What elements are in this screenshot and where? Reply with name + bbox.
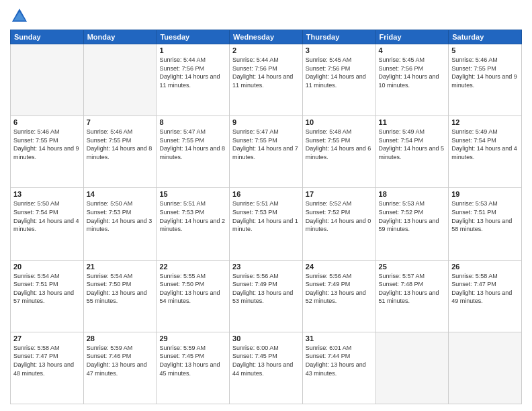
day-detail: Sunrise: 5:50 AMSunset: 7:54 PMDaylight:… — [13, 199, 81, 233]
day-number: 7 — [87, 118, 154, 126]
week-row-2: 6Sunrise: 5:46 AMSunset: 7:55 PMDaylight… — [11, 116, 522, 188]
day-detail: Sunrise: 5:59 AMSunset: 7:45 PMDaylight:… — [159, 344, 226, 377]
weekday-wednesday: Wednesday — [230, 30, 303, 44]
day-detail: Sunrise: 5:55 AMSunset: 7:50 PMDaylight:… — [159, 272, 226, 306]
week-row-5: 27Sunrise: 5:58 AMSunset: 7:47 PMDayligh… — [11, 332, 522, 404]
page: SundayMondayTuesdayWednesdayThursdayFrid… — [0, 0, 532, 411]
day-detail: Sunrise: 5:46 AMSunset: 7:55 PMDaylight:… — [87, 128, 154, 161]
day-detail: Sunrise: 5:44 AMSunset: 7:56 PMDaylight:… — [159, 56, 226, 89]
day-number: 13 — [13, 190, 81, 198]
week-row-3: 13Sunrise: 5:50 AMSunset: 7:54 PMDayligh… — [11, 188, 522, 260]
day-detail: Sunrise: 5:51 AMSunset: 7:53 PMDaylight:… — [232, 199, 300, 233]
day-number: 24 — [306, 263, 373, 271]
day-detail: Sunrise: 5:48 AMSunset: 7:55 PMDaylight:… — [306, 128, 373, 161]
day-detail: Sunrise: 5:56 AMSunset: 7:49 PMDaylight:… — [306, 272, 373, 306]
day-number: 14 — [87, 190, 154, 198]
day-cell: 24Sunrise: 5:56 AMSunset: 7:49 PMDayligh… — [302, 260, 375, 332]
day-detail: Sunrise: 5:54 AMSunset: 7:50 PMDaylight:… — [87, 272, 154, 306]
day-cell — [83, 44, 157, 116]
day-cell: 8Sunrise: 5:47 AMSunset: 7:55 PMDaylight… — [157, 116, 230, 188]
calendar: SundayMondayTuesdayWednesdayThursdayFrid… — [10, 30, 522, 404]
week-row-4: 20Sunrise: 5:54 AMSunset: 7:51 PMDayligh… — [11, 260, 522, 332]
day-detail: Sunrise: 5:59 AMSunset: 7:46 PMDaylight:… — [87, 344, 154, 377]
day-detail: Sunrise: 5:45 AMSunset: 7:56 PMDaylight:… — [379, 56, 446, 89]
day-number: 10 — [306, 118, 373, 126]
day-cell: 22Sunrise: 5:55 AMSunset: 7:50 PMDayligh… — [157, 260, 230, 332]
day-detail: Sunrise: 5:53 AMSunset: 7:52 PMDaylight:… — [379, 199, 446, 233]
day-detail: Sunrise: 5:47 AMSunset: 7:55 PMDaylight:… — [159, 128, 226, 161]
week-row-1: 1Sunrise: 5:44 AMSunset: 7:56 PMDaylight… — [11, 44, 522, 116]
day-cell: 15Sunrise: 5:51 AMSunset: 7:53 PMDayligh… — [157, 188, 230, 260]
day-detail: Sunrise: 5:51 AMSunset: 7:53 PMDaylight:… — [159, 199, 226, 233]
weekday-tuesday: Tuesday — [157, 30, 230, 44]
day-number: 19 — [451, 190, 519, 198]
day-cell: 18Sunrise: 5:53 AMSunset: 7:52 PMDayligh… — [375, 188, 449, 260]
day-cell: 19Sunrise: 5:53 AMSunset: 7:51 PMDayligh… — [449, 188, 522, 260]
weekday-header-row: SundayMondayTuesdayWednesdayThursdayFrid… — [11, 30, 522, 44]
day-number: 27 — [13, 334, 81, 342]
day-detail: Sunrise: 5:54 AMSunset: 7:51 PMDaylight:… — [13, 272, 81, 306]
day-detail: Sunrise: 5:58 AMSunset: 7:47 PMDaylight:… — [13, 344, 81, 377]
day-cell: 28Sunrise: 5:59 AMSunset: 7:46 PMDayligh… — [83, 332, 157, 404]
day-cell: 7Sunrise: 5:46 AMSunset: 7:55 PMDaylight… — [83, 116, 157, 188]
weekday-friday: Friday — [375, 30, 449, 44]
day-cell: 30Sunrise: 6:00 AMSunset: 7:45 PMDayligh… — [230, 332, 303, 404]
day-cell — [449, 332, 522, 404]
day-detail: Sunrise: 6:00 AMSunset: 7:45 PMDaylight:… — [232, 344, 300, 377]
logo-icon — [10, 7, 29, 26]
day-cell: 9Sunrise: 5:47 AMSunset: 7:55 PMDaylight… — [230, 116, 303, 188]
day-cell: 31Sunrise: 6:01 AMSunset: 7:44 PMDayligh… — [302, 332, 375, 404]
day-cell: 12Sunrise: 5:49 AMSunset: 7:54 PMDayligh… — [449, 116, 522, 188]
day-number: 9 — [232, 118, 300, 126]
day-number: 8 — [159, 118, 226, 126]
day-number: 31 — [306, 334, 373, 342]
day-detail: Sunrise: 5:53 AMSunset: 7:51 PMDaylight:… — [451, 199, 519, 233]
weekday-saturday: Saturday — [449, 30, 522, 44]
day-cell: 17Sunrise: 5:52 AMSunset: 7:52 PMDayligh… — [302, 188, 375, 260]
day-detail: Sunrise: 5:56 AMSunset: 7:49 PMDaylight:… — [232, 272, 300, 306]
day-cell: 20Sunrise: 5:54 AMSunset: 7:51 PMDayligh… — [11, 260, 84, 332]
day-number: 16 — [232, 190, 300, 198]
day-number: 17 — [306, 190, 373, 198]
day-number: 4 — [379, 46, 446, 54]
day-cell: 16Sunrise: 5:51 AMSunset: 7:53 PMDayligh… — [230, 188, 303, 260]
day-detail: Sunrise: 5:49 AMSunset: 7:54 PMDaylight:… — [379, 128, 446, 161]
day-cell: 6Sunrise: 5:46 AMSunset: 7:55 PMDaylight… — [11, 116, 84, 188]
day-number: 15 — [159, 190, 226, 198]
day-detail: Sunrise: 5:46 AMSunset: 7:55 PMDaylight:… — [13, 128, 81, 161]
day-detail: Sunrise: 5:47 AMSunset: 7:55 PMDaylight:… — [232, 128, 300, 161]
day-number: 25 — [379, 263, 446, 271]
day-cell: 23Sunrise: 5:56 AMSunset: 7:49 PMDayligh… — [230, 260, 303, 332]
day-number: 22 — [159, 263, 226, 271]
day-detail: Sunrise: 5:57 AMSunset: 7:48 PMDaylight:… — [379, 272, 446, 306]
day-cell: 4Sunrise: 5:45 AMSunset: 7:56 PMDaylight… — [375, 44, 449, 116]
day-cell: 5Sunrise: 5:46 AMSunset: 7:55 PMDaylight… — [449, 44, 522, 116]
day-cell — [375, 332, 449, 404]
day-cell: 1Sunrise: 5:44 AMSunset: 7:56 PMDaylight… — [157, 44, 230, 116]
day-cell: 27Sunrise: 5:58 AMSunset: 7:47 PMDayligh… — [11, 332, 84, 404]
day-detail: Sunrise: 5:49 AMSunset: 7:54 PMDaylight:… — [451, 128, 519, 161]
weekday-thursday: Thursday — [302, 30, 375, 44]
header — [10, 7, 522, 26]
day-cell: 14Sunrise: 5:50 AMSunset: 7:53 PMDayligh… — [83, 188, 157, 260]
day-cell: 10Sunrise: 5:48 AMSunset: 7:55 PMDayligh… — [302, 116, 375, 188]
day-detail: Sunrise: 5:44 AMSunset: 7:56 PMDaylight:… — [232, 56, 300, 89]
day-number: 23 — [232, 263, 300, 271]
day-detail: Sunrise: 5:46 AMSunset: 7:55 PMDaylight:… — [451, 56, 519, 89]
day-number: 29 — [159, 334, 226, 342]
day-cell: 2Sunrise: 5:44 AMSunset: 7:56 PMDaylight… — [230, 44, 303, 116]
day-cell: 21Sunrise: 5:54 AMSunset: 7:50 PMDayligh… — [83, 260, 157, 332]
day-cell: 25Sunrise: 5:57 AMSunset: 7:48 PMDayligh… — [375, 260, 449, 332]
day-number: 26 — [451, 263, 519, 271]
day-cell: 3Sunrise: 5:45 AMSunset: 7:56 PMDaylight… — [302, 44, 375, 116]
day-number: 30 — [232, 334, 300, 342]
weekday-sunday: Sunday — [11, 30, 84, 44]
day-number: 28 — [87, 334, 154, 342]
logo — [10, 7, 32, 26]
day-detail: Sunrise: 5:50 AMSunset: 7:53 PMDaylight:… — [87, 199, 154, 233]
day-number: 5 — [451, 46, 519, 54]
day-number: 2 — [232, 46, 300, 54]
day-detail: Sunrise: 5:52 AMSunset: 7:52 PMDaylight:… — [306, 199, 373, 233]
day-number: 6 — [13, 118, 81, 126]
day-detail: Sunrise: 6:01 AMSunset: 7:44 PMDaylight:… — [306, 344, 373, 377]
